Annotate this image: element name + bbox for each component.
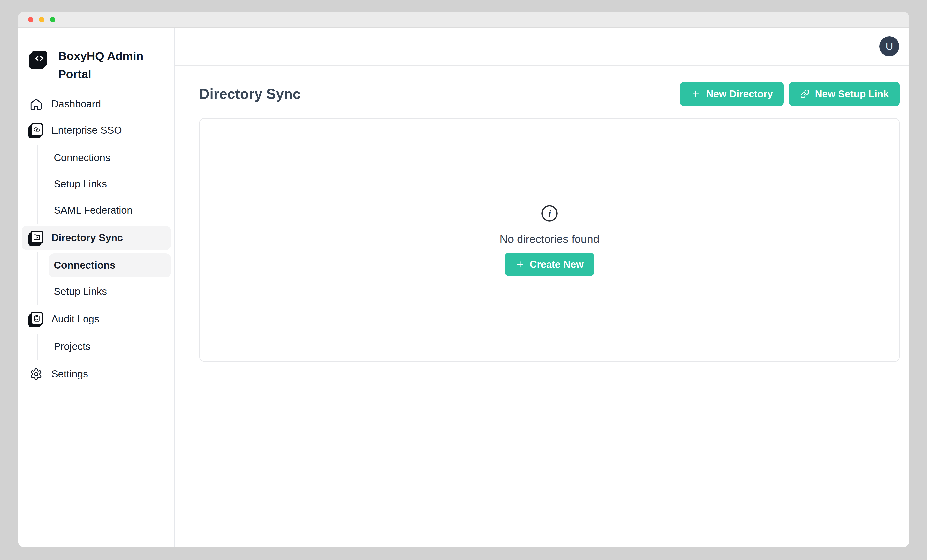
svg-text:i: i [548, 208, 551, 219]
sidebar-item-dsync-setup-links[interactable]: Setup Links [49, 280, 171, 304]
sidebar-subitem-label: Projects [54, 341, 90, 352]
app-logo-row[interactable]: BoxyHQ Admin Portal [21, 38, 171, 92]
code-keycap-icon [32, 50, 47, 67]
info-icon: i [540, 204, 559, 223]
sidebar-item-saml-federation[interactable]: SAML Federation [49, 199, 171, 222]
button-label: New Directory [706, 88, 773, 100]
sidebar: BoxyHQ Admin Portal Dashboard [18, 28, 175, 547]
sidebar-item-sso-connections[interactable]: Connections [49, 146, 171, 170]
page-content: Directory Sync New Directory [175, 66, 909, 547]
window-titlebar [18, 12, 909, 28]
zoom-window-icon[interactable] [50, 17, 55, 22]
minimize-window-icon[interactable] [39, 17, 44, 22]
sidebar-item-dashboard[interactable]: Dashboard [21, 92, 171, 116]
sidebar-subgroup-audit-logs: Projects [37, 334, 171, 360]
app-title: BoxyHQ Admin Portal [58, 47, 147, 83]
empty-state-card: i No directories found Create New [199, 118, 900, 361]
plus-icon [515, 260, 525, 269]
sidebar-item-settings[interactable]: Settings [21, 362, 171, 386]
button-label: New Setup Link [815, 88, 889, 100]
app-window: BoxyHQ Admin Portal Dashboard [18, 12, 909, 547]
sidebar-item-label: Dashboard [51, 98, 101, 110]
home-icon [29, 96, 44, 112]
create-new-button[interactable]: Create New [505, 253, 594, 276]
close-window-icon[interactable] [28, 17, 33, 22]
sidebar-subitem-label: Setup Links [54, 286, 107, 297]
empty-state-message: No directories found [500, 233, 600, 246]
folder-sync-icon [29, 230, 44, 246]
page-actions: New Directory New Setup Link [680, 82, 900, 106]
avatar[interactable]: U [880, 36, 899, 56]
new-setup-link-button[interactable]: New Setup Link [789, 82, 900, 106]
sidebar-subitem-label: Connections [54, 152, 110, 164]
sidebar-item-projects[interactable]: Projects [49, 335, 171, 358]
sidebar-subitem-label: Connections [54, 260, 115, 271]
sso-cloud-key-icon [29, 123, 44, 138]
sidebar-item-dsync-connections[interactable]: Connections [49, 253, 171, 277]
sidebar-item-sso-setup-links[interactable]: Setup Links [49, 172, 171, 196]
link-icon [800, 89, 810, 99]
sidebar-subitem-label: SAML Federation [54, 205, 132, 216]
sidebar-subgroup-enterprise-sso: Connections Setup Links SAML Federation [37, 145, 171, 223]
new-directory-button[interactable]: New Directory [680, 82, 784, 106]
avatar-letter: U [886, 40, 893, 52]
sidebar-item-label: Audit Logs [51, 313, 99, 325]
main-area: U Directory Sync New Directory [175, 28, 909, 547]
sidebar-item-label: Enterprise SSO [51, 124, 122, 136]
clipboard-list-icon [29, 311, 44, 327]
page-title: Directory Sync [199, 86, 301, 102]
sidebar-item-label: Settings [51, 368, 88, 380]
sidebar-subitem-label: Setup Links [54, 178, 107, 190]
sidebar-subgroup-directory-sync: Connections Setup Links [37, 252, 171, 305]
top-header: U [175, 28, 909, 66]
button-label: Create New [530, 259, 584, 270]
sidebar-nav: Dashboard Enterprise SSO [21, 92, 171, 389]
sidebar-item-label: Directory Sync [51, 232, 123, 244]
plus-icon [691, 89, 701, 99]
sidebar-item-directory-sync[interactable]: Directory Sync [21, 226, 171, 250]
sidebar-item-audit-logs[interactable]: Audit Logs [21, 307, 171, 331]
gear-icon [29, 366, 44, 382]
sidebar-item-enterprise-sso[interactable]: Enterprise SSO [21, 118, 171, 142]
